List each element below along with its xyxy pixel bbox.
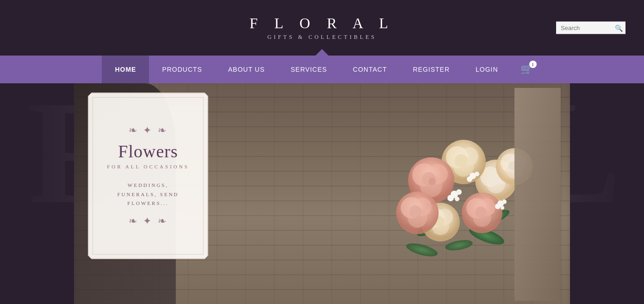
svg-point-43 [447,195,454,201]
logo-area: F L O R A L GIFTS & COLLECTIBLES [19,15,625,41]
svg-point-14 [455,154,468,167]
navigation-bar: HOME PRODUCTS ABOUT US SERVICES CONTACT … [0,56,644,83]
logo-title: F L O R A L [249,15,395,32]
svg-point-25 [475,206,486,217]
card-title: Flowers [118,141,178,161]
cart-badge: 1 [529,61,537,68]
search-area[interactable]: 🔍 [556,22,625,34]
side-overlay-right [565,83,644,304]
svg-point-35 [409,205,421,217]
nav-item-register[interactable]: REGISTER [400,56,463,83]
svg-point-50 [495,204,501,209]
nav-item-services[interactable]: SERVICES [278,56,340,83]
site-header: F L O R A L GIFTS & COLLECTIBLES 🔍 [0,0,644,56]
floral-card: ❧ ✦ ❧ Flowers FOR ALL OCCASIONS WEDDINGS… [88,93,208,259]
svg-point-49 [502,199,507,204]
search-button[interactable]: 🔍 [615,24,623,31]
card-desc-line1: WEDDINGS, [128,182,168,188]
svg-point-51 [501,206,504,210]
card-ornament-top: ❧ ✦ ❧ [129,124,168,136]
svg-point-47 [467,176,472,182]
card-description: WEDDINGS, FUNERALS, SEND FLOWERS... [117,181,179,208]
logo-subtitle: GIFTS & COLLECTIBLES [267,34,377,41]
cart-icon-wrapper: 🛒 1 [520,63,533,75]
nav-item-about[interactable]: ABOUT US [215,56,278,83]
card-desc-line3: FLOWERS... [127,200,169,206]
svg-point-46 [475,172,479,176]
nav-ribbon-left [0,56,79,83]
svg-point-42 [456,189,462,195]
svg-point-44 [455,197,459,201]
nav-cart[interactable]: 🛒 1 [511,56,542,83]
card-ornament-bottom: ❧ ✦ ❧ [129,215,168,227]
nav-item-products[interactable]: PRODUCTS [149,56,215,83]
svg-rect-52 [514,88,561,301]
svg-point-2 [445,238,474,252]
side-overlay-left [0,83,79,304]
rose-bouquet [348,88,561,301]
svg-point-20 [428,178,436,185]
nav-items: HOME PRODUCTS ABOUT US SERVICES CONTACT … [102,56,542,83]
svg-point-9 [488,174,499,185]
svg-point-3 [405,241,439,259]
nav-item-home[interactable]: HOME [102,56,149,83]
main-content: ❧ ✦ ❧ Flowers FOR ALL OCCASIONS WEDDINGS… [0,83,644,304]
nav-notch [316,49,328,56]
nav-item-contact[interactable]: CONTACT [340,56,400,83]
nav-ribbon-right [565,56,644,83]
card-desc-line2: FUNERALS, SEND [117,192,179,197]
hero-image: ❧ ✦ ❧ Flowers FOR ALL OCCASIONS WEDDINGS… [74,83,570,304]
card-subtitle: FOR ALL OCCASIONS [107,164,189,169]
nav-item-login[interactable]: LOGIN [463,56,511,83]
